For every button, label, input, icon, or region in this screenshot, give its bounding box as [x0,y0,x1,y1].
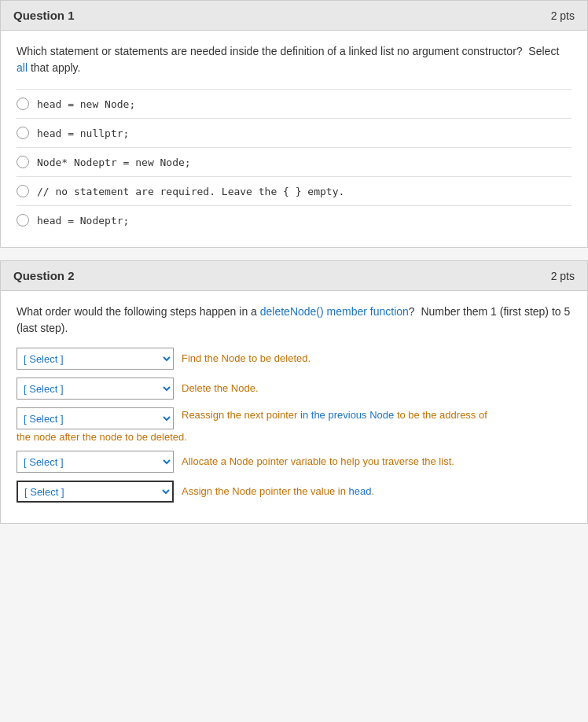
option-5[interactable]: head = Nodeptr; [17,205,571,234]
question-1-text: Which statement or statements are needed… [17,43,571,76]
option-4[interactable]: // no statement are required. Leave the … [17,176,571,205]
question-2-block: Question 2 2 pts What order would the fo… [0,260,588,524]
step-1-select[interactable]: [ Select ] 1 2 3 4 5 [17,348,174,370]
step-4-select[interactable]: [ Select ] 1 2 3 4 5 [17,451,174,473]
question-1-pts: 2 pts [551,9,575,22]
step-2-text: Delete the Node. [182,378,259,396]
step-3-text-cont: the node after the node to be deleted. [17,431,571,443]
step-3-select[interactable]: [ Select ] 1 2 3 4 5 [17,407,174,429]
radio-4[interactable] [17,185,29,197]
step-5-select[interactable]: [ Select ] 1 2 3 4 5 [17,481,174,503]
question-2-title: Question 2 [13,269,75,282]
question-1-block: Question 1 2 pts Which statement or stat… [0,0,588,248]
step-4-text: Allocate a Node pointer variable to help… [182,451,454,470]
step-2-row: [ Select ] 1 2 3 4 5 Delete the Node. [17,378,571,400]
option-3-text: Node* Nodeptr = new Node; [37,157,191,168]
question-2-pts: 2 pts [551,270,575,282]
question-2-body: What order would the following steps hap… [1,291,587,523]
option-3[interactable]: Node* Nodeptr = new Node; [17,147,571,176]
radio-2[interactable] [17,127,29,139]
step-2-select[interactable]: [ Select ] 1 2 3 4 5 [17,378,174,400]
step-1-row: [ Select ] 1 2 3 4 5 Find the Node to be… [17,348,571,370]
option-1[interactable]: head = new Node; [17,89,571,118]
option-4-text: // no statement are required. Leave the … [37,186,344,197]
question-1-title: Question 1 [13,9,75,22]
step-1-text: Find the Node to be deleted. [182,348,311,367]
question-1-body: Which statement or statements are needed… [1,31,587,247]
step-3-text: Reassign the next pointer in the previou… [182,407,487,423]
radio-5[interactable] [17,214,29,227]
option-2-text: head = nullptr; [37,127,129,139]
step-3-row: [ Select ] 1 2 3 4 5 Reassign the next p… [17,407,571,443]
option-5-text: head = Nodeptr; [37,215,129,227]
option-2[interactable]: head = nullptr; [17,118,571,147]
question-2-header: Question 2 2 pts [1,261,587,291]
option-1-text: head = new Node; [37,98,135,110]
step-5-text: Assign the Node pointer the value in hea… [182,481,374,499]
delete-node-highlight: deleteNode() member function [260,305,409,318]
step-4-row: [ Select ] 1 2 3 4 5 Allocate a Node poi… [17,451,571,473]
question-1-header: Question 1 2 pts [1,1,587,31]
radio-1[interactable] [17,98,29,110]
highlight-all: all [17,61,28,74]
step-5-row: [ Select ] 1 2 3 4 5 Assign the Node poi… [17,481,571,503]
radio-3[interactable] [17,156,29,168]
question-2-text: What order would the following steps hap… [17,304,571,337]
